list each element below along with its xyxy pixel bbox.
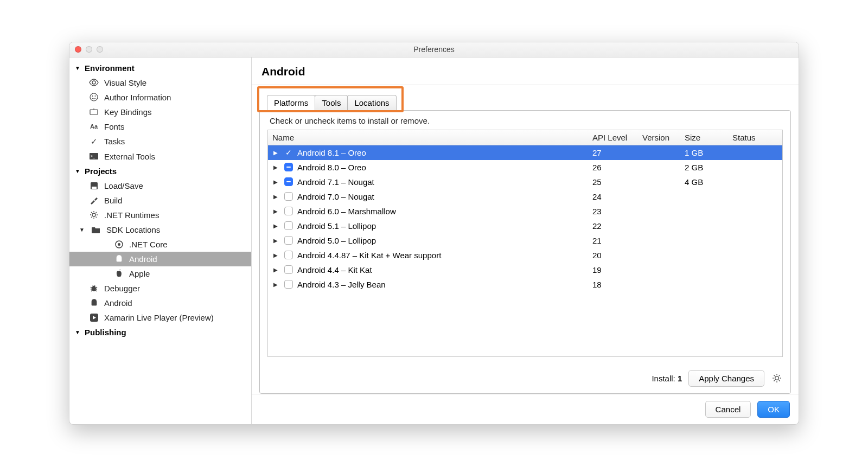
row-size xyxy=(680,252,728,258)
row-api-level: 23 xyxy=(588,204,638,219)
row-status xyxy=(728,150,782,155)
chevron-right-icon[interactable]: ▶ xyxy=(273,194,280,200)
row-api-level: 24 xyxy=(588,189,638,204)
sidebar-item-external-tools[interactable]: >_ External Tools xyxy=(69,149,251,164)
row-checkbox[interactable] xyxy=(284,163,293,171)
chevron-right-icon[interactable]: ▶ xyxy=(273,238,280,244)
chevron-right-icon[interactable]: ▶ xyxy=(273,164,280,170)
row-size xyxy=(680,267,728,272)
th-version[interactable]: Version xyxy=(638,130,680,145)
row-checkbox[interactable] xyxy=(284,265,293,274)
cancel-button[interactable]: Cancel xyxy=(705,401,751,418)
sidebar-item-load-save[interactable]: Load/Save xyxy=(69,178,251,193)
th-status[interactable]: Status xyxy=(728,130,782,145)
row-checkbox[interactable] xyxy=(284,148,293,157)
row-size xyxy=(680,238,728,243)
sidebar-item-net-core[interactable]: .NET Core xyxy=(69,237,251,252)
table-row[interactable]: ▶ Android 4.3 – Jelly Bean 18 xyxy=(268,277,782,292)
row-version xyxy=(638,179,680,184)
row-size xyxy=(680,194,728,199)
row-status xyxy=(728,238,782,243)
sidebar-item-build[interactable]: Build xyxy=(69,193,251,208)
table-row[interactable]: ▶ Android 6.0 – Marshmallow 23 xyxy=(268,204,782,219)
row-checkbox[interactable] xyxy=(284,192,293,201)
sidebar-item-key-bindings[interactable]: Key Bindings xyxy=(69,105,251,119)
row-version xyxy=(638,164,680,170)
sidebar-item-label: SDK Locations xyxy=(106,225,160,234)
table-row[interactable]: ▶ Android 4.4 – Kit Kat 19 xyxy=(268,263,782,277)
sidebar-section-environment[interactable]: ▼ Environment xyxy=(69,61,251,75)
row-status xyxy=(728,267,782,272)
svg-rect-3 xyxy=(90,110,98,114)
chevron-right-icon[interactable]: ▶ xyxy=(273,282,280,288)
tab-tools[interactable]: Tools xyxy=(315,95,348,110)
content-footer: Install: 1 Apply Changes xyxy=(260,365,790,393)
folder-icon xyxy=(91,226,101,233)
row-status xyxy=(728,208,782,214)
row-checkbox[interactable] xyxy=(284,236,293,245)
row-checkbox[interactable] xyxy=(284,251,293,259)
row-api-level: 26 xyxy=(588,160,638,175)
svg-point-10 xyxy=(118,243,120,246)
keyboard-icon xyxy=(89,108,99,116)
tabs-highlight-box: Platforms Tools Locations xyxy=(257,86,404,112)
chevron-right-icon[interactable]: ▶ xyxy=(273,223,280,229)
table-row[interactable]: ▶ Android 7.0 – Nougat 24 xyxy=(268,189,782,204)
sidebar-section-projects[interactable]: ▼ Projects xyxy=(69,164,251,178)
sidebar-item-fonts[interactable]: Aa Fonts xyxy=(69,119,251,134)
row-api-level: 25 xyxy=(588,175,638,189)
sidebar-item-sdk-locations[interactable]: ▼ SDK Locations xyxy=(69,222,251,237)
tab-locations[interactable]: Locations xyxy=(347,95,396,110)
sidebar-item-android-sdk[interactable]: Android xyxy=(69,252,251,266)
row-checkbox[interactable] xyxy=(284,280,293,289)
table-row[interactable]: ▶ Android 8.1 – Oreo 27 1 GB xyxy=(268,145,782,160)
sidebar-section-label: Environment xyxy=(85,63,135,73)
row-checkbox[interactable] xyxy=(284,177,293,186)
table-row[interactable]: ▶ Android 7.1 – Nougat 25 4 GB xyxy=(268,175,782,189)
sidebar-item-net-runtimes[interactable]: .NET Runtimes xyxy=(69,208,251,222)
row-api-level: 18 xyxy=(588,277,638,292)
table-row[interactable]: ▶ Android 4.4.87 – Kit Kat + Wear suppor… xyxy=(268,248,782,263)
table-row[interactable]: ▶ Android 5.1 – Lollipop 22 xyxy=(268,219,782,233)
row-name: Android 6.0 – Marshmallow xyxy=(297,207,396,216)
sidebar-item-android[interactable]: Android xyxy=(69,296,251,310)
sidebar-section-publishing[interactable]: ▼ Publishing xyxy=(69,325,251,340)
sidebar-item-tasks[interactable]: ✓ Tasks xyxy=(69,134,251,149)
sidebar-item-label: Key Bindings xyxy=(104,107,152,117)
sidebar-item-debugger[interactable]: Debugger xyxy=(69,281,251,296)
settings-gear-button[interactable] xyxy=(771,372,783,384)
th-size[interactable]: Size xyxy=(680,130,728,145)
chevron-right-icon[interactable]: ▶ xyxy=(273,179,280,185)
eye-icon xyxy=(89,79,99,86)
th-api-level[interactable]: API Level xyxy=(588,130,638,145)
main-header: Android xyxy=(252,58,799,85)
row-checkbox[interactable] xyxy=(284,207,293,215)
sidebar-item-visual-style[interactable]: Visual Style xyxy=(69,75,251,90)
sidebar-item-author-information[interactable]: Author Information xyxy=(69,90,251,105)
window-title: Preferences xyxy=(69,45,799,54)
row-name: Android 4.3 – Jelly Bean xyxy=(297,280,386,289)
dialog-footer: Cancel OK xyxy=(252,394,799,424)
preferences-window: Preferences ▼ Environment Visual Style A… xyxy=(69,42,799,425)
th-name[interactable]: Name xyxy=(268,130,588,145)
chevron-right-icon[interactable]: ▶ xyxy=(273,267,280,273)
table-row[interactable]: ▶ Android 8.0 – Oreo 26 2 GB xyxy=(268,160,782,175)
ok-button[interactable]: OK xyxy=(757,401,790,418)
sidebar-item-label: .NET Core xyxy=(129,240,168,249)
chevron-right-icon[interactable]: ▶ xyxy=(273,208,280,214)
chevron-right-icon[interactable]: ▶ xyxy=(273,252,280,258)
row-name: Android 8.1 – Oreo xyxy=(297,148,366,157)
tab-platforms[interactable]: Platforms xyxy=(267,95,315,110)
sidebar-item-label: .NET Runtimes xyxy=(104,210,159,220)
row-checkbox[interactable] xyxy=(284,221,293,230)
row-version xyxy=(638,252,680,258)
sidebar-item-xamarin-live-player[interactable]: Xamarin Live Player (Preview) xyxy=(69,310,251,325)
table-row[interactable]: ▶ Android 5.0 – Lollipop 21 xyxy=(268,233,782,248)
sidebar-item-apple[interactable]: Apple xyxy=(69,266,251,281)
row-status xyxy=(728,194,782,199)
platforms-table: Name API Level Version Size Status ▶ And… xyxy=(267,130,783,357)
chevron-right-icon[interactable]: ▶ xyxy=(273,150,280,156)
body: ▼ Environment Visual Style Author Inform… xyxy=(69,58,799,424)
apply-changes-button[interactable]: Apply Changes xyxy=(688,370,764,387)
svg-text:>_: >_ xyxy=(91,154,95,158)
